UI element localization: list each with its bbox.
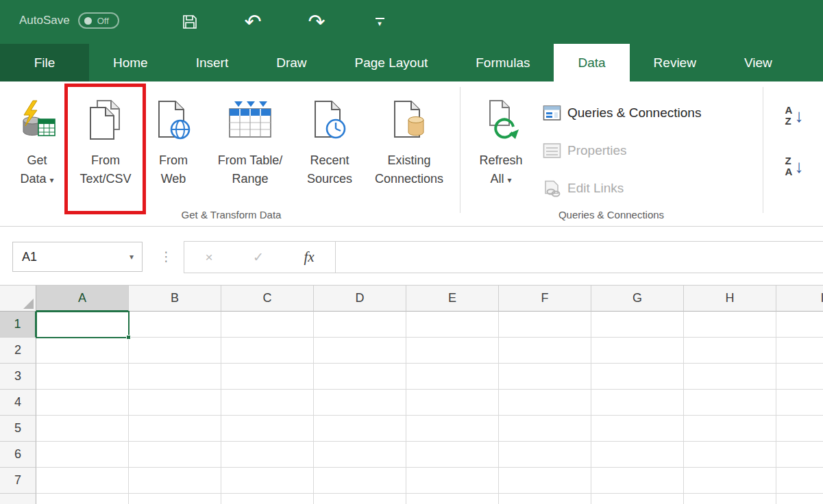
sort-desc-bottom-letter: A [785, 166, 793, 177]
sort-desc-top-letter: Z [785, 155, 793, 166]
refresh-all-icon [482, 88, 520, 151]
recent-sources-label-1: Recent [310, 151, 349, 170]
from-web-button[interactable]: From Web [147, 88, 199, 206]
chevron-down-icon: ▾ [378, 21, 382, 27]
get-data-icon [18, 88, 56, 151]
existing-connections-button[interactable]: Existing Connections [361, 88, 457, 206]
from-web-icon [155, 88, 192, 151]
group-label-queries-connections: Queries & Connections [463, 209, 759, 225]
from-table-range-label-1: From Table/ [218, 151, 283, 170]
column-header-c[interactable]: C [221, 286, 314, 312]
queries-connections-button[interactable]: Queries & Connections [543, 102, 701, 124]
edit-links-button[interactable]: Edit Links [543, 177, 624, 199]
group-divider [460, 87, 460, 213]
queries-connections-label: Queries & Connections [567, 105, 701, 121]
properties-button[interactable]: Properties [543, 140, 627, 162]
column-header-h[interactable]: H [684, 286, 776, 312]
recent-sources-icon [311, 88, 348, 151]
selected-cell-a1 [36, 311, 130, 338]
name-box-dropdown-icon[interactable]: ▾ [130, 252, 134, 262]
redo-icon: ↷ [308, 12, 325, 32]
redo-button[interactable]: ↷ [303, 10, 330, 34]
column-header-a[interactable]: A [36, 286, 129, 312]
edit-links-icon [543, 180, 561, 197]
sort-ascending-button[interactable]: A Z ↓ [776, 97, 813, 135]
existing-connections-label-2: Connections [375, 170, 443, 188]
autosave-label: AutoSave [19, 14, 70, 27]
save-button[interactable] [176, 10, 204, 34]
group-label-get-transform-data: Get & Transform Data [7, 209, 456, 225]
tab-data[interactable]: Data [554, 44, 629, 81]
column-header-row: A B C D E F G H I [0, 286, 823, 312]
row-header-6[interactable]: 6 [0, 442, 36, 468]
dropdown-caret-icon: ▾ [50, 175, 54, 185]
insert-function-button[interactable]: fx [283, 242, 335, 273]
sheet-cells[interactable] [36, 312, 823, 504]
row-header-5[interactable]: 5 [0, 416, 36, 442]
column-header-b[interactable]: B [129, 286, 221, 312]
edit-links-label: Edit Links [567, 181, 624, 196]
row-header-column: 1 2 3 4 5 6 7 [0, 312, 36, 504]
sort-za-letters: Z A [785, 155, 793, 177]
from-web-label-2: Web [161, 170, 186, 188]
sort-asc-bottom-letter: Z [785, 116, 793, 127]
row-header-1[interactable]: 1 [0, 312, 36, 338]
name-box-value: A1 [22, 250, 130, 264]
tab-file[interactable]: File [0, 44, 89, 81]
get-data-button[interactable]: Get Data▾ [8, 88, 66, 206]
existing-connections-label-1: Existing [387, 151, 430, 170]
get-data-label-2: Data▾ [20, 170, 53, 190]
tab-review[interactable]: Review [630, 44, 720, 81]
title-bar: AutoSave Off ↶ ↷ ▾ [0, 0, 823, 44]
enter-button[interactable]: ✓ [234, 242, 283, 273]
tab-insert[interactable]: Insert [172, 44, 253, 81]
from-text-csv-button[interactable]: From Text/CSV [68, 88, 143, 206]
ribbon-tab-bar: File Home Insert Draw Page Layout Formul… [0, 44, 823, 81]
from-text-csv-label-1: From [91, 151, 120, 170]
properties-icon [543, 142, 561, 160]
row-header-partial[interactable] [0, 494, 36, 504]
row-header-2[interactable]: 2 [0, 338, 36, 364]
column-header-g[interactable]: G [591, 286, 684, 312]
formula-input-group: × ✓ fx [184, 241, 823, 273]
excel-window: AutoSave Off ↶ ↷ ▾ File Home Insert [0, 0, 823, 504]
get-data-label-1: Get [27, 151, 47, 170]
tab-view[interactable]: View [720, 44, 796, 81]
fill-handle[interactable] [126, 335, 131, 340]
sort-descending-button[interactable]: Z A ↓ [776, 147, 813, 186]
column-header-i[interactable]: I [776, 286, 823, 312]
row-header-3[interactable]: 3 [0, 364, 36, 390]
recent-sources-button[interactable]: Recent Sources [299, 88, 360, 206]
formula-input[interactable] [336, 242, 823, 273]
undo-button[interactable]: ↶ [239, 10, 267, 34]
autosave-control: AutoSave Off [19, 12, 119, 29]
row-header-4[interactable]: 4 [0, 390, 36, 416]
formula-bar-resize-handle[interactable]: ⋮ [160, 249, 173, 264]
tab-draw[interactable]: Draw [252, 44, 330, 81]
autosave-state: Off [97, 16, 109, 26]
tab-home[interactable]: Home [89, 44, 172, 81]
properties-label: Properties [567, 143, 627, 158]
autosave-toggle[interactable]: Off [78, 12, 119, 29]
group-divider [763, 87, 763, 213]
sort-asc-top-letter: A [785, 105, 793, 116]
select-all-button[interactable] [0, 286, 36, 312]
row-header-7[interactable]: 7 [0, 468, 36, 494]
save-icon [182, 14, 198, 30]
tab-page-layout[interactable]: Page Layout [331, 44, 452, 81]
formula-bar: A1 ▾ ⋮ × ✓ fx [0, 227, 823, 286]
refresh-all-label-1: Refresh [479, 151, 522, 170]
customize-quick-access-button[interactable]: ▾ [366, 14, 393, 30]
column-header-f[interactable]: F [499, 286, 591, 312]
recent-sources-label-2: Sources [307, 170, 352, 188]
refresh-all-button[interactable]: Refresh All▾ [466, 88, 536, 206]
from-web-label-1: From [159, 151, 188, 170]
column-header-e[interactable]: E [406, 286, 499, 312]
tab-formulas[interactable]: Formulas [452, 44, 554, 81]
column-header-d[interactable]: D [314, 286, 406, 312]
toggle-knob-icon [84, 17, 92, 25]
from-table-range-button[interactable]: From Table/ Range [201, 88, 299, 206]
name-box[interactable]: A1 ▾ [12, 242, 143, 272]
sort-arrow-down-icon: ↓ [794, 158, 803, 175]
cancel-button[interactable]: × [184, 242, 234, 273]
